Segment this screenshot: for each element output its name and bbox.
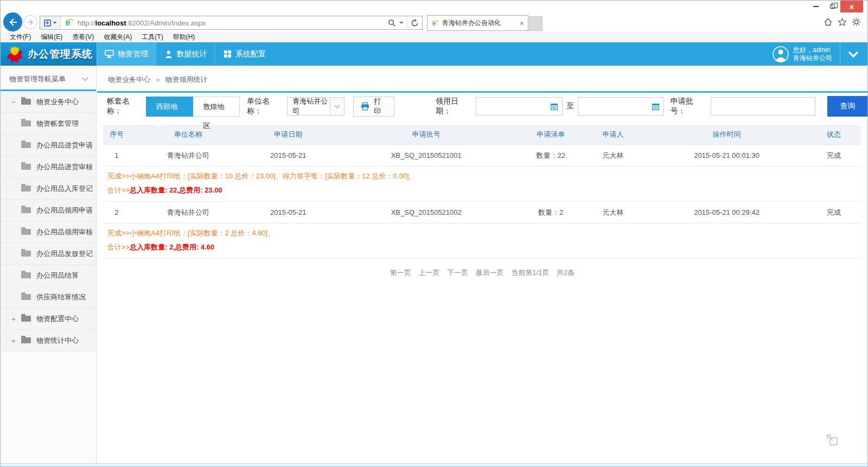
sidebar-item-supplier-settlement[interactable]: 供应商结算情况 [1, 286, 96, 308]
sidebar-item-purchase-request[interactable]: 办公用品进货申请 [1, 135, 96, 156]
zone-add-icon [44, 20, 51, 27]
sidebar-item-material-business-center[interactable]: − 物资业务中心 [1, 91, 96, 113]
tab-title: 青海钻井办公自动化 [442, 18, 516, 28]
date-to-input[interactable] [578, 97, 664, 116]
window-bottom-edge [1, 463, 867, 466]
address-bar[interactable]: e http://localhost:62002/Admin/Index.asp… [40, 16, 423, 30]
nav-data-statistics[interactable]: 数据统计 [156, 42, 215, 66]
row-detail: 完成>>小钢炮A4打印纸：[实际数量：2 总价：4.60]、 合计>>总入库数量… [103, 223, 861, 258]
breadcrumb-parent[interactable]: 物资业务中心 [108, 75, 150, 85]
account-option-dunhuang[interactable]: 敦煌地区 [193, 97, 240, 117]
minimize-button[interactable] [808, 1, 824, 12]
page-last-link[interactable]: 最后一页 [476, 268, 504, 277]
unit-select[interactable]: 青海钻井公司 [287, 97, 344, 116]
back-button[interactable] [3, 12, 22, 31]
folder-icon [21, 207, 31, 213]
chevron-down-icon[interactable] [848, 51, 859, 57]
page-next-link[interactable]: 下一页 [447, 268, 468, 277]
menu-tools[interactable]: 工具(T) [137, 31, 168, 42]
cell-batch: XB_SQ_20150521001 [330, 151, 522, 159]
url-scheme: http:// [78, 19, 95, 27]
url-path: :62002/Admin/Index.aspx [126, 19, 206, 27]
print-button[interactable]: 打印 [353, 97, 394, 117]
expand-icon[interactable]: + [10, 314, 17, 323]
detail-total-prefix: 合计>> [107, 243, 130, 251]
calendar-icon[interactable] [550, 103, 558, 111]
col-date: 申请日期 [246, 130, 330, 139]
resize-corner-icon[interactable] [825, 432, 839, 447]
page-prev-link[interactable]: 上一页 [418, 268, 439, 277]
petrochina-flower-icon [5, 44, 24, 64]
col-status: 状态 [807, 130, 861, 139]
nav-system-config[interactable]: 系统配置 [215, 42, 274, 66]
folder-icon [21, 164, 31, 170]
detail-items-line: 完成>>小钢炮A4打印纸：[实际数量：10 总价：23.00]、得力签字笔：[实… [107, 171, 856, 181]
detail-items-line: 完成>>小钢炮A4打印纸：[实际数量：2 总价：4.60]、 [107, 228, 856, 238]
new-tab-button[interactable] [529, 16, 542, 31]
sidebar-item-material-statistics-center[interactable]: + 物资统计中心 [1, 330, 96, 351]
chevron-down-icon [82, 77, 88, 81]
restore-button[interactable] [824, 1, 840, 12]
account-option-west[interactable]: 西部地区 [146, 97, 193, 117]
sidebar-item-requisition-review[interactable]: 办公用品领用审核 [1, 221, 96, 243]
sidebar-item-purchase-review[interactable]: 办公用品进货审核 [1, 156, 96, 178]
sidebar-item-account-management[interactable]: 物资帐套管理 [1, 113, 96, 135]
detail-total-prefix: 合计>> [107, 186, 130, 194]
user-area: 您好，admin 青海钻井公司 [773, 42, 867, 66]
calendar-icon[interactable] [652, 103, 660, 111]
refresh-icon[interactable] [411, 19, 419, 27]
date-label: 领用日期： [436, 97, 471, 116]
folder-icon [21, 337, 31, 343]
search-icon[interactable] [388, 19, 396, 27]
divider [407, 18, 407, 28]
compatibility-button[interactable] [40, 16, 61, 29]
window-controls: × [808, 1, 863, 12]
menu-bar: 文件(F) 编辑(E) 查看(V) 收藏夹(A) 工具(T) 帮助(H) [1, 31, 867, 42]
menu-view[interactable]: 查看(V) [67, 31, 99, 42]
tab-close-icon[interactable]: × [520, 20, 524, 27]
forward-button[interactable] [23, 15, 37, 29]
printer-icon [361, 102, 369, 111]
browser-chrome: × e http://localhost:62002/Admin/Index.a… [1, 1, 867, 31]
url-field[interactable]: http://localhost:62002/Admin/Index.aspx [74, 19, 388, 27]
browser-tab[interactable]: e 青海钻井办公自动化 × [427, 15, 528, 31]
favorites-star-icon[interactable] [838, 17, 847, 27]
page-first-link[interactable]: 第一页 [390, 268, 411, 277]
sidebar-item-office-supplies-settlement[interactable]: 办公用品结算 [1, 265, 96, 286]
search-button[interactable]: 查询 [827, 96, 867, 117]
sidebar-item-requisition-request[interactable]: 办公用品领用申请 [1, 200, 96, 221]
page-total-label: 共2条 [557, 268, 575, 277]
sidebar-header[interactable]: 物资管理导航菜单 [1, 68, 96, 91]
cell-optime: 2015-05-21 00:29:42 [647, 208, 807, 216]
menu-help[interactable]: 帮助(H) [168, 31, 200, 42]
menu-file[interactable]: 文件(F) [5, 31, 36, 42]
col-list: 申请清单 [522, 130, 579, 139]
ie-window: { "browser": { "url_scheme": "http://", … [0, 0, 868, 467]
close-button[interactable]: × [840, 1, 863, 12]
settings-gear-icon[interactable] [852, 17, 861, 27]
page-current-label: 当前第1/1页 [511, 268, 549, 277]
breadcrumb: 物资业务中心 > 物资领用统计 [97, 68, 867, 93]
sidebar-item-warehouse-entry[interactable]: 办公用品入库登记 [1, 178, 96, 200]
account-label: 帐套名称： [107, 97, 143, 116]
user-greeting: 您好，admin [793, 46, 832, 54]
menu-edit[interactable]: 编辑(E) [36, 31, 67, 42]
sidebar-item-distribution-registration[interactable]: 办公用品发放登记 [1, 243, 96, 265]
select-arrow[interactable] [330, 98, 344, 115]
expand-icon[interactable]: + [10, 336, 17, 345]
row-detail: 完成>>小钢炮A4打印纸：[实际数量：10 总价：23.00]、得力签字笔：[实… [103, 166, 861, 201]
home-icon[interactable] [824, 17, 833, 27]
date-from-input[interactable] [476, 97, 562, 116]
table-row[interactable]: 2 青海钻井公司 2015-05-21 XB_SQ_20150521002 数量… [103, 201, 861, 223]
batch-input[interactable] [711, 97, 816, 116]
col-seq: 序号 [103, 130, 130, 139]
menu-favorites[interactable]: 收藏夹(A) [99, 31, 137, 42]
nav-material-management[interactable]: 物资管理 [97, 42, 156, 66]
folder-icon [21, 316, 31, 322]
sidebar-item-material-config-center[interactable]: + 物资配置中心 [1, 308, 96, 330]
cell-optime: 2015-05-21 00:01:30 [647, 151, 807, 159]
table-row[interactable]: 1 青海钻井公司 2015-05-21 XB_SQ_20150521001 数量… [103, 144, 861, 166]
collapse-icon[interactable]: − [10, 97, 17, 106]
col-optime: 操作时间 [647, 130, 807, 139]
search-options-icon[interactable] [399, 22, 404, 24]
